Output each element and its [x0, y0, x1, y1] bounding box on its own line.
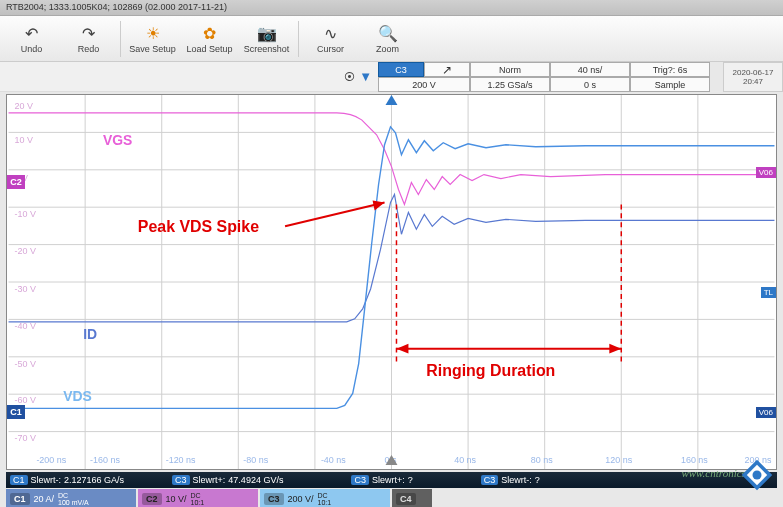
- trigger-level[interactable]: 200 V: [378, 77, 470, 92]
- meas-1[interactable]: C1Slewrt-:2.127166 GA/s: [10, 475, 124, 485]
- svg-point-41: [753, 471, 762, 480]
- zoom-icon: 🔍: [378, 24, 398, 44]
- channel-marker-c2: C2: [7, 175, 25, 189]
- svg-text:-40 ns: -40 ns: [321, 455, 346, 465]
- x-axis-ticks: -200 ns -160 ns -120 ns -80 ns -40 ns 0 …: [36, 455, 772, 465]
- trigger-mode[interactable]: Norm: [470, 62, 550, 77]
- svg-text:-70 V: -70 V: [15, 433, 36, 443]
- grid: [9, 95, 775, 469]
- channel-c1[interactable]: C1 20 A/ DC100 mV/A: [6, 489, 136, 507]
- svg-text:-200 ns: -200 ns: [36, 455, 66, 465]
- label-vgs: VGS: [103, 132, 132, 148]
- annotation-ring: Ringing Duration: [426, 362, 555, 379]
- svg-text:-10 V: -10 V: [15, 209, 36, 219]
- zoom-label: Zoom: [376, 44, 399, 54]
- label-id: ID: [83, 326, 97, 342]
- save-icon: ☀: [146, 24, 160, 44]
- separator: [120, 21, 121, 57]
- channel-c4[interactable]: C4: [392, 489, 432, 507]
- cursor-icon: ∿: [324, 24, 337, 44]
- redo-button[interactable]: ↷Redo: [61, 18, 116, 60]
- cursor-label: Cursor: [317, 44, 344, 54]
- load-setup-label: Load Setup: [186, 44, 232, 54]
- svg-text:40 ns: 40 ns: [454, 455, 476, 465]
- channel-c3[interactable]: C3 200 V/ DC10:1: [260, 489, 390, 507]
- svg-text:-120 ns: -120 ns: [166, 455, 196, 465]
- arrowhead-right: [609, 344, 621, 354]
- meas-3[interactable]: C3Slewrt+:?: [351, 475, 412, 485]
- svg-text:10 V: 10 V: [15, 135, 33, 145]
- waveform-svg: 20 V 10 V 0 V -10 V -20 V -30 V -40 V -5…: [7, 95, 776, 469]
- marker-v06-b: V06: [756, 407, 776, 418]
- redo-icon: ↷: [82, 24, 95, 44]
- trigger-bar: ⦿ ▼ C3 ↗ Norm 40 ns/ Trig?: 6s 200 V 1.2…: [0, 62, 783, 92]
- redo-label: Redo: [78, 44, 100, 54]
- marker-tl: TL: [761, 287, 776, 298]
- load-setup-button[interactable]: ✿Load Setup: [182, 18, 237, 60]
- rs-logo-icon: [739, 457, 775, 493]
- trigger-edge[interactable]: ↗: [424, 62, 470, 77]
- label-vds: VDS: [63, 388, 92, 404]
- meas-4[interactable]: C3Slewrt-:?: [481, 475, 540, 485]
- load-icon: ✿: [203, 24, 216, 44]
- annotation-peak: Peak VDS Spike: [138, 218, 259, 235]
- marker-v06-a: V06: [756, 167, 776, 178]
- undo-button[interactable]: ↶Undo: [4, 18, 59, 60]
- svg-text:80 ns: 80 ns: [531, 455, 553, 465]
- trigger-source[interactable]: C3: [378, 62, 424, 77]
- arrowhead-left: [396, 344, 408, 354]
- svg-text:-60 V: -60 V: [15, 395, 36, 405]
- svg-text:160 ns: 160 ns: [681, 455, 708, 465]
- svg-text:-50 V: -50 V: [15, 359, 36, 369]
- trig-center-icon: ⦿: [344, 71, 355, 83]
- trigger-level-status[interactable]: Trig?: 6s: [630, 62, 710, 77]
- save-setup-button[interactable]: ☀Save Setup: [125, 18, 180, 60]
- trig-marker-icon: ▼: [359, 69, 372, 84]
- channel-c2[interactable]: C2 10 V/ DC10:1: [138, 489, 258, 507]
- screenshot-button[interactable]: 📷Screenshot: [239, 18, 294, 60]
- trigger-position-marker[interactable]: [386, 95, 398, 105]
- window-title: RTB2004; 1333.1005K04; 102869 (02.000 20…: [0, 0, 783, 16]
- svg-text:-160 ns: -160 ns: [90, 455, 120, 465]
- y-axis-ticks: 20 V 10 V 0 V -10 V -20 V -30 V -40 V -5…: [15, 101, 36, 443]
- svg-text:-80 ns: -80 ns: [243, 455, 268, 465]
- separator: [298, 21, 299, 57]
- time-offset[interactable]: 0 s: [550, 77, 630, 92]
- sample-rate[interactable]: 1.25 GSa/s: [470, 77, 550, 92]
- timebase[interactable]: 40 ns/: [550, 62, 630, 77]
- main-toolbar: ↶Undo ↷Redo ☀Save Setup ✿Load Setup 📷Scr…: [0, 16, 783, 62]
- cursor-button[interactable]: ∿Cursor: [303, 18, 358, 60]
- undo-label: Undo: [21, 44, 43, 54]
- time-label: 20:47: [743, 77, 763, 86]
- timestamp: 2020-06-17 20:47: [723, 62, 783, 92]
- trigger-lead: ⦿ ▼: [0, 62, 378, 92]
- meas-2[interactable]: C3Slewrt+:47.4924 GV/s: [172, 475, 283, 485]
- annotation-arrow-peak: [285, 202, 384, 226]
- undo-icon: ↶: [25, 24, 38, 44]
- save-setup-label: Save Setup: [129, 44, 176, 54]
- screenshot-label: Screenshot: [244, 44, 290, 54]
- zoom-button[interactable]: 🔍Zoom: [360, 18, 415, 60]
- acquisition-mode[interactable]: Sample: [630, 77, 710, 92]
- svg-text:-20 V: -20 V: [15, 246, 36, 256]
- channel-bar: C1 20 A/ DC100 mV/A C2 10 V/ DC10:1 C3 2…: [6, 489, 777, 507]
- measurement-bar: C1Slewrt-:2.127166 GA/s C3Slewrt+:47.492…: [6, 472, 777, 488]
- camera-icon: 📷: [257, 24, 277, 44]
- svg-text:120 ns: 120 ns: [605, 455, 632, 465]
- svg-text:-30 V: -30 V: [15, 284, 36, 294]
- svg-text:20 V: 20 V: [15, 101, 33, 111]
- waveform-display[interactable]: C2 C1 V06 TL V06 20 V 10 V 0 V -10 V -20…: [6, 94, 777, 470]
- date-label: 2020-06-17: [733, 68, 774, 77]
- channel-marker-c1: C1: [7, 405, 25, 419]
